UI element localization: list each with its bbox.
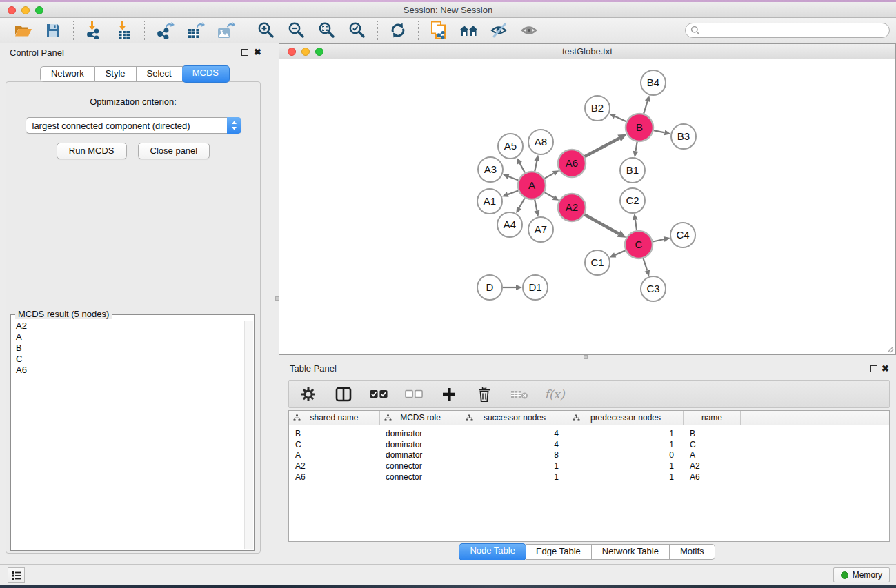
criterion-select[interactable]: largest connected component (directed) [26,117,241,134]
table-cell[interactable]: A6 [289,472,380,482]
graph-edge[interactable] [535,200,537,211]
tab-edge-table[interactable]: Edge Table [526,544,592,560]
table-cell[interactable]: 8 [461,450,568,460]
trash-icon[interactable] [475,384,493,405]
checked-boxes-icon[interactable] [370,384,388,405]
graph-edge[interactable] [654,130,665,132]
graph-edge[interactable] [535,161,537,171]
splitter-grip[interactable] [584,355,588,359]
zoom-in-icon[interactable] [255,20,277,41]
delete-table-icon[interactable] [510,384,528,405]
zoom-fit-icon[interactable] [316,20,338,41]
tab-select[interactable]: Select [137,66,183,82]
result-item[interactable]: A [16,332,243,343]
table-cell[interactable]: 1 [568,440,684,449]
table-cell[interactable]: dominator [380,440,461,449]
graph-edge[interactable] [544,192,553,197]
tab-node-table[interactable]: Node Table [459,543,526,560]
memory-button[interactable]: Memory [833,567,890,582]
table-cell[interactable]: connector [380,472,461,482]
graph-edge[interactable] [644,101,648,114]
table-cell[interactable]: A [289,450,380,460]
graph-edge[interactable] [653,239,664,242]
function-icon[interactable]: f(x) [546,384,564,405]
col-successor-nodes[interactable]: successor nodes [461,411,568,425]
graph-edge[interactable] [519,198,525,207]
graph-edge[interactable] [635,142,637,152]
table-cell[interactable]: 1 [568,461,684,471]
table-row[interactable]: Cdominator41C [289,439,889,450]
table-cell[interactable]: B [289,429,380,438]
network-canvas[interactable]: AA1A2A3A4A5A6A7A8BB1B2B3B4CC1C2C3C4DD1 [279,59,895,354]
plus-icon[interactable] [440,384,458,405]
search-field[interactable] [685,23,890,38]
graph-edge[interactable] [635,220,637,230]
hide-visibility-icon[interactable] [488,20,510,41]
result-item[interactable]: C [16,354,243,365]
refresh-icon[interactable] [387,20,409,41]
close-panel-button[interactable]: Close panel [138,143,210,159]
graph-edge[interactable] [544,173,553,178]
table-cell[interactable]: dominator [380,429,461,438]
table-row[interactable]: Adominator80A [289,449,889,460]
table-cell[interactable]: 4 [461,440,568,449]
graph-edge[interactable] [584,214,619,234]
table-cell[interactable]: A2 [289,461,380,471]
split-columns-icon[interactable] [335,384,352,405]
table-row[interactable]: A6connector11A6 [289,472,889,483]
network-window-titlebar[interactable]: testGlobe.txt [279,44,895,59]
result-item[interactable]: A6 [16,365,243,376]
col-predecessor-nodes[interactable]: predecessor nodes [568,411,684,425]
zoom-out-icon[interactable] [286,20,308,41]
table-cell[interactable]: A [684,450,741,460]
table-cell[interactable]: 1 [568,472,684,482]
table-cell[interactable]: 1 [461,461,568,471]
col-shared-name[interactable]: shared name [289,411,380,425]
tab-network[interactable]: Network [40,66,95,82]
table-cell[interactable]: B [684,429,741,438]
float-panel-icon[interactable] [870,365,877,372]
table-cell[interactable]: 0 [568,450,684,460]
import-table-icon[interactable] [113,20,135,41]
tab-mcds[interactable]: MCDS [182,65,230,83]
close-panel-icon[interactable]: ✖ [254,47,261,57]
tab-style[interactable]: Style [95,66,137,82]
export-table-icon[interactable] [184,20,206,41]
duplicate-network-icon[interactable] [428,20,450,41]
table-row[interactable]: A2connector11A2 [289,460,889,472]
close-panel-icon[interactable]: ✖ [882,363,889,374]
visibility-icon[interactable] [519,20,541,41]
table-body[interactable]: Bdominator41BCdominator41CAdominator80AA… [289,428,889,482]
table-cell[interactable]: A6 [684,472,741,482]
table-cell[interactable]: 4 [461,429,568,438]
resize-grip-icon[interactable] [886,345,894,353]
table-row[interactable]: Bdominator41B [289,428,889,439]
col-mcds-role[interactable]: MCDS role [380,411,461,425]
gear-icon[interactable] [299,384,317,405]
table-cell[interactable]: C [684,440,741,449]
result-item[interactable]: B [16,343,243,354]
graph-edge[interactable] [615,250,626,255]
node-table[interactable]: shared name MCDS role successor nodes pr… [288,410,890,542]
graph-edge[interactable] [519,163,525,173]
task-history-button[interactable] [8,567,25,583]
result-item[interactable]: A2 [16,321,243,332]
save-icon[interactable] [42,20,64,41]
table-cell[interactable]: dominator [380,450,461,460]
export-image-icon[interactable] [215,20,237,41]
zoom-selected-icon[interactable] [346,20,368,41]
unchecked-boxes-icon[interactable] [405,384,423,405]
splitter-grip[interactable] [275,296,279,301]
table-cell[interactable]: C [289,440,380,449]
table-cell[interactable]: A2 [684,461,741,471]
graph-edge[interactable] [508,190,518,194]
open-folder-icon[interactable] [12,20,34,41]
session-titlebar[interactable]: Session: New Session [0,2,896,18]
table-cell[interactable]: connector [380,461,461,471]
graph-edge[interactable] [508,176,518,180]
float-panel-icon[interactable] [241,49,248,56]
tab-network-table[interactable]: Network Table [592,544,670,560]
table-cell[interactable]: 1 [461,472,568,482]
import-network-icon[interactable] [83,20,105,41]
export-network-icon[interactable] [154,20,176,41]
